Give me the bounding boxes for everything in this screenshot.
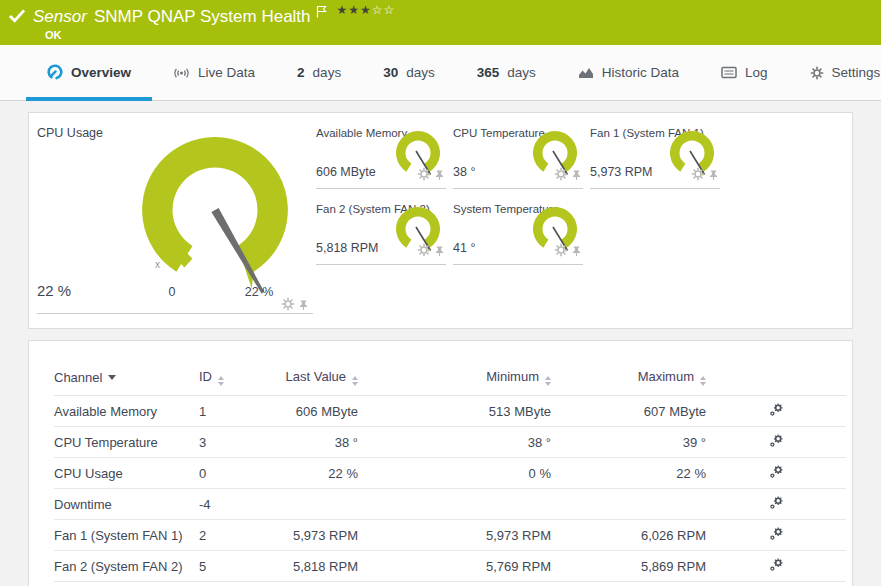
gauge-title: CPU Usage <box>37 126 103 140</box>
chart-icon <box>578 66 594 79</box>
tab-overview[interactable]: Overview <box>26 45 152 100</box>
star-filled-icon[interactable]: ★ <box>360 3 372 17</box>
maximum-value: 607 MByte <box>551 396 706 427</box>
channel-id: 4 <box>199 582 261 586</box>
channel-name[interactable]: CPU Temperature <box>54 427 199 458</box>
priority-stars[interactable]: ★★★☆☆ <box>337 3 396 17</box>
gauge-settings-gear-icon[interactable] <box>417 243 431 261</box>
column-header-maximum[interactable]: Maximum <box>551 361 706 396</box>
gauge-scale-max: 22 % <box>235 285 283 299</box>
tab-2-days[interactable]: 2days <box>276 45 362 100</box>
gauge-value: 22 % <box>37 282 71 299</box>
channel-id: 1 <box>199 396 261 427</box>
column-header-last-value[interactable]: Last Value <box>261 361 358 396</box>
tab-historic-data[interactable]: Historic Data <box>557 45 700 100</box>
channel-settings-gear-icon[interactable] <box>769 402 784 420</box>
channel-name[interactable]: Fan 1 (System FAN 1) <box>54 520 199 551</box>
tab-365-days[interactable]: 365days <box>456 45 557 100</box>
sensor-title: SNMP QNAP System Health <box>94 7 311 27</box>
channel-name[interactable]: Fan 2 (System FAN 2) <box>54 551 199 582</box>
column-label: Maximum <box>638 369 694 384</box>
tab-settings[interactable]: Settings <box>789 45 881 100</box>
table-row: System Temperature441 °41 °41 ° <box>54 582 846 586</box>
last-value: 5,818 RPM <box>261 551 358 582</box>
gauge-pin-icon[interactable] <box>572 167 581 185</box>
channel-name[interactable]: Downtime <box>54 489 199 520</box>
gear-icon <box>810 66 824 80</box>
gauge-value: 41 ° <box>453 241 475 255</box>
tab-label: Log <box>745 65 768 80</box>
gauge-settings-gear-icon[interactable] <box>281 297 295 315</box>
table-row: Available Memory1606 MByte513 MByte607 M… <box>54 396 846 427</box>
gauge-cell: Fan 2 (System FAN 2)5,818 RPM <box>316 195 446 265</box>
sort-icon <box>352 376 358 386</box>
column-label: Minimum <box>486 369 539 384</box>
channel-name[interactable]: System Temperature <box>54 582 199 586</box>
gauge-pin-icon[interactable] <box>572 243 581 261</box>
tab-live-data[interactable]: Live Data <box>152 45 276 100</box>
tab-number: 2 <box>297 65 305 80</box>
gauge-settings-gear-icon[interactable] <box>554 243 568 261</box>
gauge-settings-gear-icon[interactable] <box>554 167 568 185</box>
channel-settings-gear-icon[interactable] <box>769 433 784 451</box>
gauge-pin-icon[interactable] <box>435 167 444 185</box>
tab-number: 365 <box>477 65 500 80</box>
last-value: 38 ° <box>261 427 358 458</box>
minimum-value: 38 ° <box>358 427 551 458</box>
divider <box>37 313 313 314</box>
gauge-settings-gear-icon[interactable] <box>417 167 431 185</box>
channel-id: -4 <box>199 489 261 520</box>
priority-flag-icon[interactable] <box>316 4 327 22</box>
channel-settings-cell <box>706 458 846 489</box>
column-header-id[interactable]: ID <box>199 361 261 396</box>
last-value: 22 % <box>261 458 358 489</box>
last-value: 41 ° <box>261 582 358 586</box>
tab-log[interactable]: Log <box>700 45 789 100</box>
maximum-value: 5,869 RPM <box>551 551 706 582</box>
channel-settings-gear-icon[interactable] <box>769 464 784 482</box>
channel-settings-gear-icon[interactable] <box>769 495 784 513</box>
gauge-settings-gear-icon[interactable] <box>691 167 705 185</box>
column-header-minimum[interactable]: Minimum <box>358 361 551 396</box>
gauge-cell: System Temperature41 ° <box>453 195 583 265</box>
channel-settings-cell <box>706 489 846 520</box>
last-value: 606 MByte <box>261 396 358 427</box>
column-header-channel[interactable]: Channel <box>54 361 199 396</box>
table-row: CPU Temperature338 °38 °39 ° <box>54 427 846 458</box>
table-row: CPU Usage022 %0 %22 % <box>54 458 846 489</box>
channel-name[interactable]: CPU Usage <box>54 458 199 489</box>
minimum-value: 5,973 RPM <box>358 520 551 551</box>
gauge-pin-icon[interactable] <box>299 297 308 315</box>
cpu-usage-gauge <box>129 129 301 301</box>
channel-settings-cell <box>706 396 846 427</box>
maximum-value <box>551 489 706 520</box>
gauge-pin-icon[interactable] <box>435 243 444 261</box>
channel-settings-gear-icon[interactable] <box>769 526 784 544</box>
channel-id: 3 <box>199 427 261 458</box>
channel-settings-cell <box>706 520 846 551</box>
maximum-value: 6,026 RPM <box>551 520 706 551</box>
tab-30-days[interactable]: 30days <box>362 45 456 100</box>
table-row: Fan 2 (System FAN 2)55,818 RPM5,769 RPM5… <box>54 551 846 582</box>
column-label: Channel <box>54 370 102 385</box>
channel-settings-gear-icon[interactable] <box>769 557 784 575</box>
star-empty-icon[interactable]: ☆ <box>384 3 396 17</box>
column-header-actions <box>706 361 846 396</box>
gauge-value: 38 ° <box>453 165 475 179</box>
gauge-cell: CPU Temperature38 ° <box>453 119 583 189</box>
star-filled-icon[interactable]: ★ <box>348 3 360 17</box>
gauge-cell: Fan 1 (System FAN 1)5,973 RPM <box>590 119 720 189</box>
maximum-value: 39 ° <box>551 427 706 458</box>
tab-number: 30 <box>383 65 398 80</box>
sort-icon <box>218 376 224 386</box>
star-empty-icon[interactable]: ☆ <box>372 3 384 17</box>
channel-id: 0 <box>199 458 261 489</box>
maximum-value: 41 ° <box>551 582 706 586</box>
minimum-value: 41 ° <box>358 582 551 586</box>
tab-label: Settings <box>832 65 881 80</box>
channel-name[interactable]: Available Memory <box>54 396 199 427</box>
star-filled-icon[interactable]: ★ <box>337 3 349 17</box>
table-row: Fan 1 (System FAN 1)25,973 RPM5,973 RPM6… <box>54 520 846 551</box>
tab-label: days <box>313 65 342 80</box>
gauge-pin-icon[interactable] <box>709 167 718 185</box>
